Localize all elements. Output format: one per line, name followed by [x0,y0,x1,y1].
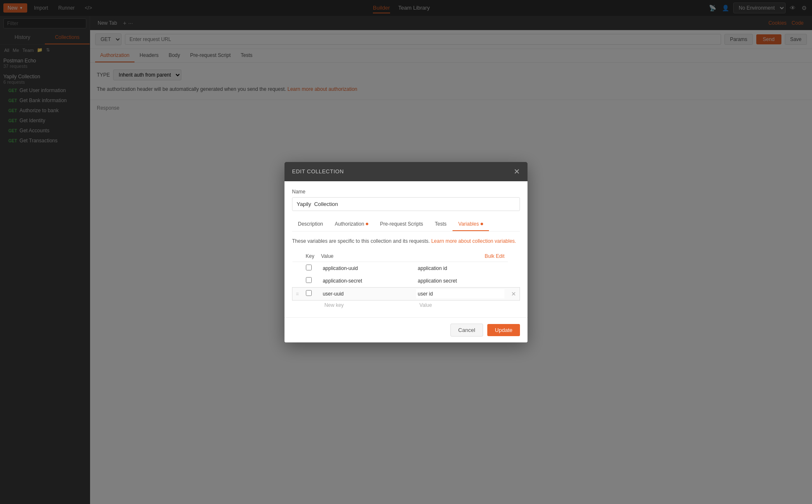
modal-overlay[interactable]: EDIT COLLECTION ✕ Name Description Autho… [0,0,812,504]
var-val-input-1[interactable] [416,276,504,285]
authorization-dot [366,223,368,225]
modal-tab-pre-request[interactable]: Pre-request Scripts [374,218,429,231]
modal-tab-authorization[interactable]: Authorization [329,218,374,231]
modal-tab-tests[interactable]: Tests [429,218,453,231]
modal-footer: Cancel Update [284,317,528,342]
modal-header: EDIT COLLECTION ✕ [284,162,528,181]
collection-name-input[interactable] [292,197,520,211]
variables-learn-more-link[interactable]: Learn more about collection variables. [431,238,516,244]
remove-var-button-2[interactable]: ✕ [511,291,516,297]
var-val-input-0[interactable] [416,264,504,273]
table-row [292,275,520,288]
edit-collection-modal: EDIT COLLECTION ✕ Name Description Autho… [284,162,528,342]
cancel-button[interactable]: Cancel [450,324,483,337]
bulk-edit-button[interactable]: Bulk Edit [413,251,508,262]
var-key-input-1[interactable] [321,276,409,285]
modal-tab-variables-label: Variables [458,221,479,227]
modal-title: EDIT COLLECTION [292,168,344,175]
table-row: ≡✕ [292,287,520,300]
value-col-header: Value [318,251,413,262]
variables-table: Key Value Bulk Edit ≡✕ New key Value [292,251,520,310]
modal-tab-authorization-label: Authorization [335,221,364,227]
var-key-input-0[interactable] [321,264,409,273]
modal-tab-description[interactable]: Description [292,218,329,231]
new-value-placeholder: Value [416,301,435,310]
name-field-label: Name [292,189,520,195]
table-row [292,262,520,275]
variables-dot [481,223,483,225]
key-col-header: Key [303,251,318,262]
drag-handle[interactable]: ≡ [296,291,299,297]
variables-info: These variables are specific to this col… [292,237,520,245]
checkbox-col-header [292,251,303,262]
modal-close-button[interactable]: ✕ [514,168,520,175]
var-val-input-2[interactable] [416,289,504,298]
variables-table-body: ≡✕ New key Value [292,262,520,310]
update-button[interactable]: Update [487,324,520,336]
var-checkbox-2[interactable] [306,290,312,296]
new-key-placeholder: New key [321,301,347,310]
var-checkbox-0[interactable] [306,265,312,270]
modal-body: Name Description Authorization Pre-reque… [284,181,528,317]
modal-tabs: Description Authorization Pre-request Sc… [292,218,520,231]
modal-tab-variables[interactable]: Variables [453,218,489,231]
variables-info-text: These variables are specific to this col… [292,238,430,244]
var-key-input-2[interactable] [321,289,409,298]
var-checkbox-1[interactable] [306,277,312,283]
new-variable-row: New key Value [292,300,520,310]
